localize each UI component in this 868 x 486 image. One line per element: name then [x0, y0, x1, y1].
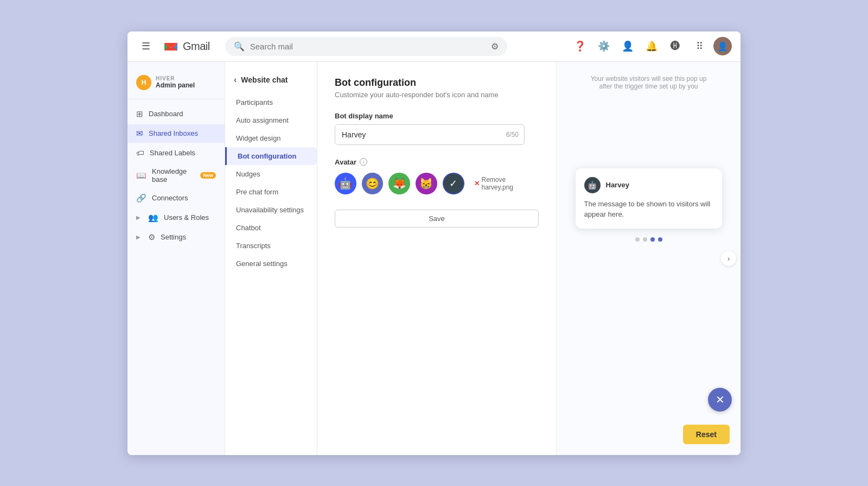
sidebar-item-label: Knowledge base	[152, 167, 195, 184]
sidebar-item-label: Shared Labels	[150, 149, 195, 157]
inner-nav: ‹ Website chat Participants Auto assignm…	[225, 62, 317, 455]
nav-label: Widget design	[236, 134, 280, 142]
avatar-label: Avatar	[335, 158, 356, 166]
sidebar-item-shared-inboxes[interactable]: ✉ Shared Inboxes	[127, 124, 225, 143]
nav-label: Participants	[236, 98, 273, 106]
bot-name-count: 6/50	[501, 131, 524, 138]
main-content: H HIVER Admin panel ⊞ Dashboard ✉ Shared…	[127, 62, 741, 455]
sidebar-item-label: Dashboard	[149, 110, 183, 118]
knowledge-base-icon: 📖	[136, 171, 146, 180]
sidebar-item-connectors[interactable]: 🔗 Connectors	[127, 189, 225, 207]
expand-icon-2: ▶	[136, 234, 141, 240]
connectors-icon: 🔗	[136, 193, 146, 203]
bot-name-label: Bot display name	[335, 112, 539, 120]
chat-bot-avatar: 🤖	[584, 177, 601, 193]
avatar-option-3[interactable]: 🦊	[388, 173, 410, 194]
hiver-info: HIVER Admin panel	[156, 75, 195, 89]
nav-item-bot-configuration[interactable]: Bot configuration	[225, 147, 317, 165]
settings-icon: ⚙	[148, 232, 155, 242]
avatar-option-2[interactable]: 😊	[362, 173, 384, 194]
user-avatar[interactable]: 👤	[713, 37, 732, 55]
nav-item-pre-chat-form[interactable]: Pre chat form	[225, 183, 317, 201]
search-bar[interactable]: 🔍 ⚙	[225, 37, 507, 56]
nav-label: Unavailability settings	[236, 206, 304, 214]
sidebar-item-label: Connectors	[152, 194, 188, 202]
back-icon: ‹	[234, 75, 237, 85]
avatar-section: Avatar i 🤖 😊 🦊 😸	[335, 158, 539, 194]
menu-button[interactable]: ☰	[136, 36, 156, 56]
sidebar: H HIVER Admin panel ⊞ Dashboard ✉ Shared…	[127, 62, 225, 455]
sidebar-item-dashboard[interactable]: ⊞ Dashboard	[127, 105, 225, 123]
dot-4	[658, 237, 662, 242]
inner-nav-header[interactable]: ‹ Website chat	[225, 71, 317, 93]
nav-label: Pre chat form	[236, 188, 278, 196]
help-button[interactable]: ❓	[570, 36, 590, 56]
settings-button[interactable]: ⚙️	[594, 36, 614, 56]
nav-item-auto-assignment[interactable]: Auto assignment	[225, 111, 317, 129]
gmail-logo: Gmail	[162, 37, 210, 55]
save-button[interactable]: Save	[335, 210, 539, 228]
notifications-button[interactable]: 🔔	[642, 36, 661, 56]
avatar-emoji-2: 😊	[366, 177, 379, 190]
sidebar-item-settings[interactable]: ▶ ⚙ Settings	[127, 228, 225, 247]
info-icon[interactable]: i	[360, 158, 367, 166]
nav-label: Bot configuration	[238, 152, 296, 160]
sidebar-item-label: Settings	[161, 233, 186, 241]
sidebar-item-users-roles[interactable]: ▶ 👥 Users & Roles	[127, 209, 225, 227]
nav-label: Transcripts	[236, 242, 271, 250]
sidebar-item-knowledge-base[interactable]: 📖 Knowledge base New	[127, 163, 225, 188]
nav-item-participants[interactable]: Participants	[225, 93, 317, 111]
checkmark-icon: ✓	[449, 178, 457, 190]
nav-item-nudges[interactable]: Nudges	[225, 165, 317, 183]
reset-button[interactable]: Reset	[683, 425, 730, 444]
main-panel: Bot configuration Customize your auto-re…	[317, 62, 556, 455]
panel-title: Bot configuration	[335, 77, 539, 89]
chat-message: The message to be shown to visitors will…	[584, 199, 713, 220]
hiver-badge: H HIVER Admin panel	[127, 71, 225, 99]
apps-button[interactable]: ⠿	[690, 36, 709, 56]
filter-icon[interactable]: ⚙	[491, 41, 499, 52]
avatar-emoji-4: 😸	[419, 177, 433, 190]
avatar-option-1[interactable]: 🤖	[335, 173, 356, 194]
nav-label: General settings	[236, 260, 288, 268]
hiver-brand: HIVER	[156, 75, 195, 81]
hamburger-icon: ☰	[142, 40, 150, 52]
avatar-option-5[interactable]: ✓	[443, 173, 464, 194]
chat-close-button[interactable]: ✕	[708, 388, 732, 412]
avatar-emoji-3: 🦊	[393, 177, 406, 190]
avatar-option-4[interactable]: 😸	[416, 173, 437, 194]
remove-avatar-btn[interactable]: ✕ Remove harvey.png	[474, 176, 539, 191]
avatar-options: 🤖 😊 🦊 😸 ✓ ✕ Re	[335, 173, 539, 194]
nav-label: Chatbot	[236, 224, 261, 232]
topbar: ☰ Gmail 🔍 ⚙ ❓ ⚙️ 👤 🔔 🅗 ⠿	[127, 31, 741, 62]
users-roles-icon: 👥	[148, 213, 158, 223]
close-icon: ✕	[716, 393, 725, 406]
new-badge: New	[200, 172, 216, 179]
nav-label: Auto assignment	[236, 116, 289, 124]
inner-nav-title: Website chat	[241, 75, 288, 84]
sidebar-item-shared-labels[interactable]: 🏷 Shared Labels	[127, 144, 225, 162]
nav-item-general-settings[interactable]: General settings	[225, 255, 317, 273]
nav-item-unavailability-settings[interactable]: Unavailability settings	[225, 201, 317, 219]
search-input[interactable]	[250, 42, 486, 51]
topbar-actions: ❓ ⚙️ 👤 🔔 🅗 ⠿ 👤	[570, 36, 732, 56]
nav-label: Nudges	[236, 170, 260, 178]
chat-preview: 🤖 Harvey The message to be shown to visi…	[576, 168, 722, 229]
search-icon: 🔍	[234, 41, 245, 52]
dashboard-icon: ⊞	[136, 109, 143, 119]
contacts-button[interactable]: 👤	[618, 36, 637, 56]
hiver-button[interactable]: 🅗	[666, 36, 685, 56]
bot-name-input[interactable]	[335, 125, 501, 144]
avatar-label-row: Avatar i	[335, 158, 539, 166]
preview-next-arrow[interactable]: ›	[721, 251, 736, 266]
shared-inboxes-icon: ✉	[136, 129, 143, 138]
nav-item-transcripts[interactable]: Transcripts	[225, 237, 317, 255]
chat-preview-header: 🤖 Harvey	[584, 177, 713, 193]
nav-item-widget-design[interactable]: Widget design	[225, 129, 317, 147]
expand-icon: ▶	[136, 214, 141, 220]
remove-label: Remove harvey.png	[482, 176, 539, 191]
chat-bot-name: Harvey	[606, 181, 629, 189]
bot-name-input-row: 6/50	[335, 124, 525, 145]
nav-item-chatbot[interactable]: Chatbot	[225, 219, 317, 237]
dot-3	[650, 237, 655, 242]
